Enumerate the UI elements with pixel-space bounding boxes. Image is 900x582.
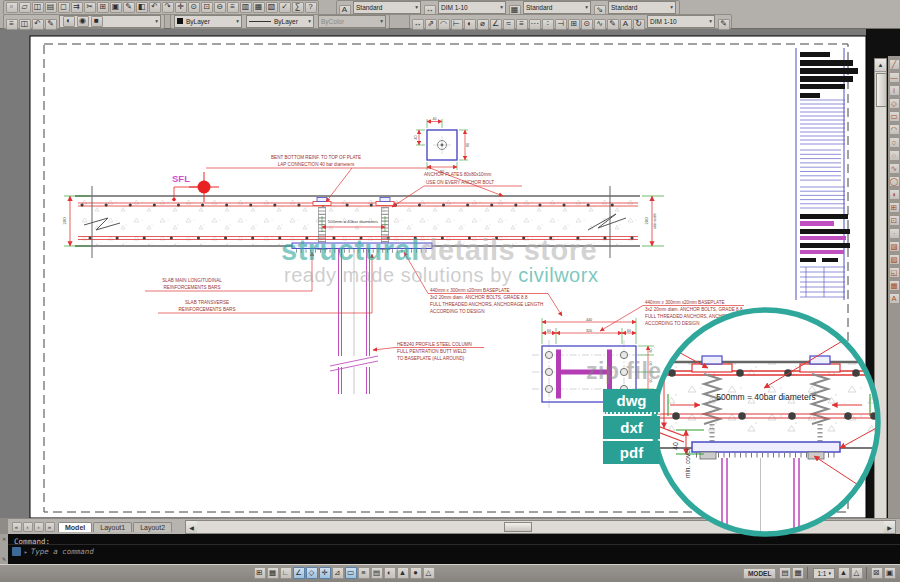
- workspace-layout-icon[interactable]: △: [423, 567, 435, 579]
- dim-baseline-icon[interactable]: ≡: [516, 19, 528, 30]
- redo-icon[interactable]: ↷: [162, 2, 174, 13]
- annotation-visibility-icon[interactable]: △: [851, 567, 863, 579]
- arc-icon[interactable]: ◠: [889, 124, 900, 135]
- horizontal-scrollbar[interactable]: ◀ ▶: [185, 520, 896, 534]
- ducs-icon[interactable]: ⊿: [332, 567, 344, 579]
- line-icon[interactable]: ╱: [889, 59, 900, 70]
- model-space-button[interactable]: MODEL: [743, 568, 776, 579]
- properties-icon[interactable]: ≡: [227, 2, 239, 13]
- match-properties-icon[interactable]: ✎: [123, 2, 135, 13]
- quickcalc-icon[interactable]: ∑: [292, 2, 304, 13]
- dim-ordinate-icon[interactable]: ⊢: [451, 19, 463, 30]
- open-icon[interactable]: ▱: [19, 2, 31, 13]
- layer-freeze-icon[interactable]: ◉: [77, 16, 89, 27]
- tool-palettes-icon[interactable]: ▦: [253, 2, 265, 13]
- dim-edit-icon[interactable]: ✎: [607, 19, 619, 30]
- tab-last-icon[interactable]: »: [45, 522, 55, 532]
- dim-quick-icon[interactable]: ≈: [503, 19, 515, 30]
- paste-icon[interactable]: ▣: [110, 2, 122, 13]
- help-icon[interactable]: ?: [305, 2, 317, 13]
- undo-icon[interactable]: ↶: [149, 2, 161, 13]
- polyline-icon[interactable]: ≀: [889, 85, 900, 96]
- construction-line-icon[interactable]: ―: [889, 72, 900, 83]
- vertical-scrollbar[interactable]: ▲ ▼: [874, 58, 887, 544]
- lwt-icon[interactable]: ≡: [358, 567, 370, 579]
- tab-layout1[interactable]: Layout1: [93, 522, 132, 532]
- toolbar-lock-icon[interactable]: ⊠: [871, 567, 883, 579]
- dim-space-icon[interactable]: ∶: [542, 19, 554, 30]
- dim-style-edit-icon[interactable]: ✎: [718, 19, 730, 30]
- point-icon[interactable]: ∙: [889, 228, 900, 239]
- dim-linear-icon[interactable]: ↔: [412, 19, 424, 30]
- dim-continue-icon[interactable]: ⋯: [529, 19, 541, 30]
- center-mark-icon[interactable]: ⊙: [581, 19, 593, 30]
- markup-icon[interactable]: ✓: [279, 2, 291, 13]
- tab-model[interactable]: Model: [58, 522, 92, 532]
- scroll-right-icon[interactable]: ▶: [884, 521, 895, 533]
- save-icon[interactable]: ◫: [32, 2, 44, 13]
- dim-break-icon[interactable]: ⊣: [555, 19, 567, 30]
- hatch-icon[interactable]: ▨: [889, 241, 900, 252]
- gradient-icon[interactable]: ▧: [889, 254, 900, 265]
- region-icon[interactable]: ◱: [889, 267, 900, 278]
- dim-jog-icon[interactable]: ∿: [594, 19, 606, 30]
- close-icon[interactable]: ✕: [2, 536, 6, 542]
- dim-style-combo-2[interactable]: DIM 1-10▾: [647, 15, 715, 28]
- plot-icon[interactable]: ▤: [45, 2, 57, 13]
- drawing-canvas[interactable]: 200 200 slab width 500mm = 40bar diamete…: [0, 28, 900, 518]
- ortho-icon[interactable]: ∟: [280, 567, 292, 579]
- tab-first-icon[interactable]: «: [12, 522, 22, 532]
- tab-next-icon[interactable]: ›: [34, 522, 44, 532]
- new-icon[interactable]: ▫: [6, 2, 18, 13]
- snap-icon[interactable]: ⊞: [254, 567, 266, 579]
- polar-icon[interactable]: ∠: [293, 567, 305, 579]
- grid-icon[interactable]: ▦: [267, 567, 279, 579]
- plotstyle-combo[interactable]: ByColor▾: [318, 15, 386, 28]
- download-pdf-button[interactable]: pdf: [603, 441, 660, 464]
- selection-cycling-icon[interactable]: ◐: [384, 567, 396, 579]
- spline-icon[interactable]: ∿: [889, 163, 900, 174]
- layer-previous-icon[interactable]: ↶: [32, 19, 44, 30]
- cut-icon[interactable]: ✂: [84, 2, 96, 13]
- layer-combo[interactable]: ◐◉■ ▾: [59, 15, 161, 28]
- layer-color-icon[interactable]: ■: [91, 16, 103, 27]
- make-block-icon[interactable]: ⊡: [889, 215, 900, 226]
- dim-radius-icon[interactable]: ◐: [464, 19, 476, 30]
- layer-properties-icon[interactable]: ≡: [6, 19, 18, 30]
- clean-screen-icon[interactable]: ▣: [884, 567, 896, 579]
- dim-text-edit-icon[interactable]: A: [620, 19, 632, 30]
- ellipse-arc-icon[interactable]: ◖: [889, 189, 900, 200]
- workspace-switch-icon[interactable]: ●: [410, 567, 422, 579]
- horizontal-scroll-thumb[interactable]: [504, 522, 532, 532]
- layer-states-icon[interactable]: ◫: [19, 19, 31, 30]
- command-input[interactable]: Type a command: [31, 547, 94, 556]
- pan-icon[interactable]: ✛: [175, 2, 187, 13]
- osnap-icon[interactable]: ◇: [306, 567, 318, 579]
- polygon-icon[interactable]: ◇: [889, 98, 900, 109]
- copy-icon[interactable]: ⊞: [97, 2, 109, 13]
- revision-cloud-icon[interactable]: ◌: [889, 150, 900, 161]
- zoom-previous-icon[interactable]: ⊖: [214, 2, 226, 13]
- dyn-icon[interactable]: ▭: [345, 567, 357, 579]
- vertical-scroll-thumb[interactable]: [876, 73, 887, 107]
- layer-on-icon[interactable]: ◐: [63, 16, 75, 27]
- zoom-window-icon[interactable]: ⊡: [201, 2, 213, 13]
- insert-block-icon[interactable]: ⊞: [889, 202, 900, 213]
- rectangle-icon[interactable]: ▭: [889, 111, 900, 122]
- block-editor-icon[interactable]: ◧: [136, 2, 148, 13]
- tolerance-icon[interactable]: ⊞: [568, 19, 580, 30]
- tab-previous-icon[interactable]: ‹: [23, 522, 33, 532]
- download-dwg-button[interactable]: dwg: [603, 389, 660, 414]
- publish-icon[interactable]: ⇉: [71, 2, 83, 13]
- annotation-auto-icon[interactable]: ▲: [838, 567, 850, 579]
- make-object-layer-icon[interactable]: ✎: [45, 19, 57, 30]
- dim-arc-icon[interactable]: ◠: [438, 19, 450, 30]
- ellipse-icon[interactable]: ◯: [889, 176, 900, 187]
- color-combo[interactable]: ByLayer▾: [174, 15, 242, 28]
- linetype-combo[interactable]: ByLayer▾: [246, 15, 314, 28]
- circle-icon[interactable]: ○: [889, 137, 900, 148]
- layout-paper-icon[interactable]: ▤: [779, 567, 791, 579]
- scroll-left-icon[interactable]: ◀: [186, 521, 197, 533]
- command-window[interactable]: Command: ▸ Type a command: [8, 534, 900, 564]
- download-dxf-button[interactable]: dxf: [603, 416, 660, 439]
